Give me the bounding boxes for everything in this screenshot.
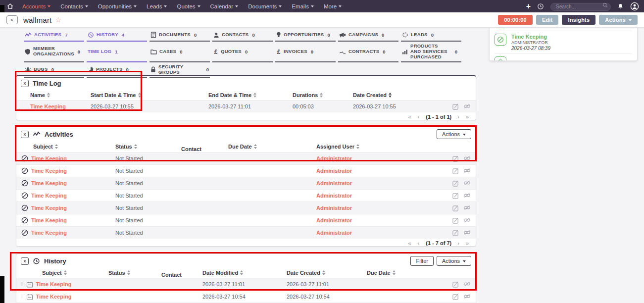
- nav-item-accounts[interactable]: Accounts: [22, 3, 50, 9]
- bell-icon[interactable]: [617, 3, 624, 10]
- panel-actions-button[interactable]: Actions: [437, 129, 471, 139]
- assigned-user-link[interactable]: Administrator: [316, 217, 352, 223]
- edit-icon[interactable]: [452, 103, 459, 110]
- column-header-status[interactable]: Status: [108, 270, 161, 276]
- unlink-icon[interactable]: [463, 155, 471, 161]
- favorite-star-icon[interactable]: ☆: [55, 16, 61, 24]
- sort-icon[interactable]: [64, 270, 67, 275]
- tab-campaigns[interactable]: CAMPAIGNS0: [338, 30, 398, 42]
- sort-icon[interactable]: [389, 93, 392, 98]
- pagination-next[interactable]: ›: [457, 114, 460, 120]
- tab-bugs[interactable]: BUGS0: [24, 64, 84, 78]
- tab-contracts[interactable]: CONTRACTS0: [338, 43, 398, 62]
- assigned-user-link[interactable]: Administrator: [316, 205, 352, 211]
- table-row[interactable]: Time Keeping 2026-03-27 10:55 2026-03-27…: [16, 100, 476, 112]
- edit-icon[interactable]: [452, 193, 459, 199]
- column-header-subject[interactable]: Subject: [21, 144, 115, 150]
- assigned-user-link[interactable]: Administrator: [316, 230, 352, 236]
- close-icon[interactable]: x: [21, 257, 29, 265]
- table-row[interactable]: ⁞ Time Keeping 2026-03-27 11:01 2026-03-…: [16, 278, 476, 290]
- table-row[interactable]: Time Keeping Not Started Administrator: [16, 189, 476, 202]
- column-header-due-date[interactable]: Due Date: [228, 144, 316, 150]
- table-row[interactable]: Time Keeping Not Started Administrator: [16, 226, 476, 239]
- pagination-prev[interactable]: ‹: [418, 240, 420, 246]
- column-header-date-modified[interactable]: Date Modified: [202, 270, 287, 276]
- tab-cases[interactable]: CASES0: [149, 43, 210, 62]
- timeline-entry-title[interactable]: Time Keeping: [511, 34, 550, 40]
- tab-invoices[interactable]: £ INVOICES0: [275, 43, 336, 62]
- sort-icon[interactable]: [322, 270, 325, 275]
- pagination-prev[interactable]: ‹: [418, 114, 420, 120]
- unlink-icon[interactable]: [463, 281, 471, 287]
- nav-item-contacts[interactable]: Contacts: [60, 3, 88, 9]
- tab-member-organizations[interactable]: MEMBER ORGANIZATIONS0: [24, 43, 84, 62]
- sort-icon[interactable]: [47, 93, 50, 98]
- unlink-icon[interactable]: [463, 217, 471, 223]
- column-header-assigned-user[interactable]: Assigned User: [316, 144, 415, 150]
- table-row[interactable]: Time Keeping Not Started Administrator: [16, 202, 476, 214]
- pagination-last[interactable]: »: [466, 240, 469, 246]
- column-header-end[interactable]: End Date & Time: [208, 92, 293, 98]
- record-link[interactable]: Time Keeping: [31, 168, 67, 174]
- actions-button[interactable]: Actions: [599, 15, 638, 25]
- column-header-date-created[interactable]: Date Created: [353, 92, 442, 98]
- edit-icon[interactable]: [452, 281, 459, 288]
- record-link[interactable]: Time Keeping: [31, 155, 67, 161]
- nav-item-emails[interactable]: Emails: [292, 3, 314, 9]
- edit-icon[interactable]: [452, 205, 459, 211]
- assigned-user-link[interactable]: Administrator: [316, 168, 352, 174]
- unlink-icon[interactable]: [463, 230, 471, 235]
- pagination-first[interactable]: «: [408, 114, 411, 120]
- tab-documents[interactable]: DOCUMENTS0: [149, 30, 210, 42]
- table-row[interactable]: Time Keeping Not Started Administrator: [16, 177, 476, 189]
- tab-projects[interactable]: PROJECTS0: [87, 64, 147, 78]
- tab-history[interactable]: HISTORY4: [87, 30, 147, 42]
- unlink-icon[interactable]: [463, 103, 471, 109]
- sort-icon[interactable]: [254, 144, 257, 149]
- tab-security-groups[interactable]: SECURITY GROUPS0: [149, 64, 210, 78]
- column-header-durations[interactable]: Durations: [293, 92, 353, 98]
- search-icon[interactable]: [602, 2, 608, 8]
- back-button[interactable]: <: [6, 15, 18, 24]
- panel-actions-button[interactable]: Actions: [437, 256, 471, 266]
- edit-icon[interactable]: [452, 217, 459, 224]
- unlink-icon[interactable]: [463, 205, 471, 210]
- table-row[interactable]: Time Keeping Not Started Administrator: [16, 214, 476, 226]
- tab-products-services-purchased[interactable]: PRODUCTS AND SERVICES PURCHASED0: [401, 43, 461, 62]
- sort-icon[interactable]: [138, 93, 141, 98]
- home-icon[interactable]: [7, 3, 13, 9]
- pagination-first[interactable]: «: [408, 240, 411, 246]
- edit-button[interactable]: Edit: [536, 15, 559, 25]
- avatar-icon[interactable]: [630, 2, 639, 11]
- sort-icon[interactable]: [127, 270, 130, 275]
- nav-item-opportunities[interactable]: Opportunities: [98, 3, 137, 9]
- edit-icon[interactable]: [452, 294, 459, 300]
- insights-button[interactable]: Insights: [562, 15, 595, 25]
- table-row[interactable]: Time Keeping Not Started Administrator: [16, 164, 476, 177]
- sort-icon[interactable]: [240, 270, 243, 275]
- pagination-last[interactable]: »: [466, 114, 469, 120]
- nav-item-documents[interactable]: Documents: [248, 3, 282, 9]
- edit-icon[interactable]: [452, 230, 459, 236]
- sort-icon[interactable]: [393, 270, 396, 275]
- close-icon[interactable]: x: [21, 80, 29, 87]
- table-row[interactable]: Time Keeping Not Started Administrator: [16, 152, 476, 164]
- assigned-user-link[interactable]: Administrator: [316, 155, 352, 161]
- sort-icon[interactable]: [134, 144, 137, 149]
- table-row[interactable]: ⁞ Time Keeping 2026-03-27 10:54 2026-03-…: [16, 290, 476, 303]
- search-input[interactable]: [550, 3, 611, 11]
- tab-leads[interactable]: LEADS0: [401, 30, 461, 42]
- record-link[interactable]: Time Keeping: [36, 281, 72, 287]
- timeline-entry[interactable]: ADMINISTRATOR 2026-03-27 08:57: [495, 27, 632, 31]
- record-link[interactable]: Time Keeping: [36, 294, 72, 300]
- column-header-contact[interactable]: Contact: [181, 146, 228, 152]
- timer-badge[interactable]: 00:00:00: [498, 15, 533, 25]
- edit-icon[interactable]: [452, 155, 459, 162]
- nav-item-quotes[interactable]: Quotes: [177, 3, 200, 9]
- pagination-next[interactable]: ›: [457, 240, 460, 246]
- drag-handle-icon[interactable]: ⁞: [21, 294, 22, 299]
- filter-button[interactable]: Filter: [410, 256, 433, 266]
- nav-item-calendar[interactable]: Calendar: [210, 3, 239, 9]
- record-link[interactable]: Time Keeping: [31, 217, 67, 223]
- edit-icon[interactable]: [452, 168, 459, 174]
